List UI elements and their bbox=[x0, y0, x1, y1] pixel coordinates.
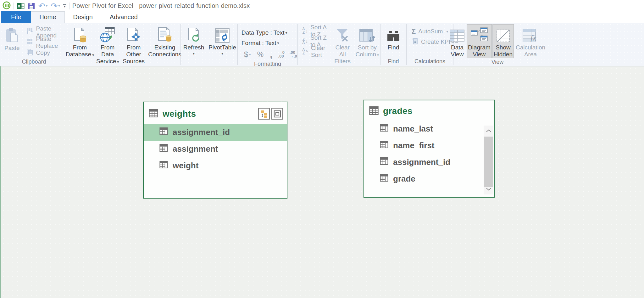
autosum-button[interactable]: Σ AutoSum ▾ bbox=[410, 26, 450, 37]
find-button[interactable]: Find bbox=[385, 24, 402, 51]
save-icon[interactable] bbox=[28, 2, 35, 10]
increase-decimal-button[interactable]: →0.00 bbox=[276, 51, 286, 58]
group-refresh: Refresh ▾ bbox=[180, 23, 207, 66]
table-header[interactable]: weights bbox=[144, 102, 287, 124]
diagram-view-icon bbox=[470, 25, 488, 43]
column-icon bbox=[380, 124, 388, 134]
diagram-canvas: weightsassignment_idassignmentweightgrad… bbox=[0, 66, 644, 298]
field-name_last[interactable]: name_last bbox=[364, 121, 483, 137]
table-icon bbox=[369, 106, 379, 116]
dropdown-icon: ▾ bbox=[221, 51, 223, 56]
quick-access-toolbar: X ↶▾ ↷▾ ▾ bbox=[17, 2, 66, 10]
from-data-service-button[interactable]: From Data Service▾ bbox=[95, 24, 120, 65]
pivottable-icon bbox=[215, 25, 230, 43]
group-label-find: Find bbox=[380, 58, 406, 66]
show-hidden-icon bbox=[496, 25, 511, 43]
show-hidden-button[interactable]: Show Hidden bbox=[492, 24, 514, 58]
create-kpi-icon bbox=[412, 37, 419, 46]
scroll-up-icon[interactable] bbox=[484, 126, 493, 136]
data-view-button[interactable]: Data View bbox=[448, 24, 466, 58]
titlebar-separator bbox=[14, 3, 14, 9]
sort-by-column-button[interactable]: Sort by Column▾ bbox=[354, 24, 380, 59]
dropdown-icon: ▾ bbox=[117, 60, 119, 64]
percent-button[interactable]: % bbox=[255, 50, 266, 59]
thousands-separator-button[interactable]: , bbox=[267, 49, 275, 60]
dropdown-icon: ▾ bbox=[193, 51, 195, 56]
from-database-icon bbox=[73, 25, 87, 43]
table-scrollbar[interactable] bbox=[484, 126, 493, 194]
table-header[interactable]: grades bbox=[364, 100, 494, 121]
group-label-view: View bbox=[453, 58, 541, 67]
refresh-icon bbox=[186, 25, 201, 43]
group-formatting: Data Type : Text▾ Format : Text▾ $▾ % , … bbox=[238, 23, 297, 66]
copy-icon bbox=[26, 48, 34, 57]
group-sort-and-filter: AZ↓ Sort A to Z ZA↓ Sort Z to A AZ✎ Clea… bbox=[298, 23, 380, 66]
sort-descending-icon: ZA↓ bbox=[302, 38, 308, 45]
paste-replace-button[interactable]: Paste Replace bbox=[24, 37, 67, 48]
dropdown-icon: ▾ bbox=[286, 31, 287, 35]
clear-sort-button[interactable]: AZ✎ Clear Sort bbox=[300, 46, 331, 57]
column-icon bbox=[159, 144, 168, 154]
ribbon-tabs: FileHomeDesignAdvanced bbox=[0, 12, 644, 23]
from-data-service-icon bbox=[100, 25, 115, 43]
dropdown-icon: ▾ bbox=[92, 53, 94, 57]
diagram-view-button[interactable]: Diagram View bbox=[467, 24, 492, 58]
field-name_first[interactable]: name_first bbox=[364, 137, 483, 154]
paste-append-icon bbox=[26, 28, 34, 36]
column-icon bbox=[159, 161, 168, 171]
group-clipboard: Paste Paste Append Paste Replace Copy bbox=[0, 23, 68, 66]
maximize-table-icon[interactable] bbox=[271, 108, 283, 120]
pivottable-button[interactable]: PivotTable ▾ bbox=[207, 24, 237, 56]
currency-button[interactable]: $▾ bbox=[242, 50, 253, 59]
from-other-sources-button[interactable]: From Other Sources bbox=[121, 24, 146, 65]
from-database-button[interactable]: From Database▾ bbox=[66, 24, 94, 59]
column-icon bbox=[159, 127, 168, 137]
group-pivottable: PivotTable ▾ bbox=[207, 23, 237, 66]
tab-design[interactable]: Design bbox=[65, 11, 101, 23]
create-hierarchy-icon[interactable] bbox=[258, 108, 270, 120]
scrollbar-track[interactable] bbox=[484, 136, 493, 184]
excel-icon[interactable]: X bbox=[17, 2, 25, 10]
power-pivot-app-icon bbox=[3, 1, 11, 11]
create-kpi-button[interactable]: Create KPI bbox=[410, 37, 452, 47]
field-grade[interactable]: grade bbox=[364, 171, 483, 187]
field-weight[interactable]: weight bbox=[144, 157, 287, 174]
tab-file[interactable]: File bbox=[1, 11, 31, 23]
diagram-table-grades[interactable]: gradesname_lastname_firstassignment_idgr… bbox=[364, 100, 495, 198]
tab-advanced[interactable]: Advanced bbox=[101, 11, 146, 23]
undo-icon[interactable]: ↶▾ bbox=[38, 2, 47, 10]
field-assignment_id[interactable]: assignment_id bbox=[364, 154, 483, 171]
group-label-calculations: Calculations bbox=[407, 58, 453, 66]
column-icon bbox=[380, 174, 388, 184]
refresh-button[interactable]: Refresh ▾ bbox=[182, 24, 206, 56]
group-find: Find Find bbox=[380, 23, 406, 66]
svg-text:X: X bbox=[18, 4, 20, 8]
table-name: grades bbox=[383, 106, 413, 116]
group-view: Data View Diagram View Show Hidden bbox=[453, 23, 541, 66]
diagram-table-weights[interactable]: weightsassignment_idassignmentweight bbox=[143, 102, 287, 199]
clear-filters-icon bbox=[334, 25, 351, 43]
customize-quick-access-toolbar-icon[interactable]: ▾ bbox=[63, 2, 66, 10]
tab-home[interactable]: Home bbox=[31, 11, 64, 23]
svg-text:fx: fx bbox=[530, 33, 536, 42]
dropdown-icon: ▾ bbox=[277, 41, 279, 45]
existing-connections-button[interactable]: Existing Connections bbox=[147, 24, 182, 58]
clear-all-filters-button[interactable]: Clear All Filters bbox=[331, 24, 354, 65]
redo-icon[interactable]: ↷▾ bbox=[51, 2, 60, 10]
format-dropdown[interactable]: Format : Text▾ bbox=[242, 38, 299, 48]
data-type-dropdown[interactable]: Data Type : Text▾ bbox=[242, 27, 299, 38]
titlebar-separator bbox=[69, 3, 69, 9]
column-icon bbox=[380, 141, 388, 150]
find-binoculars-icon bbox=[386, 25, 401, 43]
scrollbar-thumb[interactable] bbox=[484, 137, 493, 187]
field-assignment[interactable]: assignment bbox=[144, 141, 287, 157]
sort-by-column-icon bbox=[359, 25, 375, 43]
column-icon bbox=[380, 157, 388, 167]
copy-button[interactable]: Copy bbox=[24, 48, 67, 58]
field-assignment_id[interactable]: assignment_id bbox=[144, 124, 287, 141]
paste-button[interactable]: Paste bbox=[3, 25, 21, 52]
paste-replace-icon bbox=[26, 38, 34, 47]
undo-dropdown-icon[interactable]: ▾ bbox=[46, 4, 48, 8]
calculation-area-button[interactable]: fx Calculation Area bbox=[514, 24, 547, 58]
redo-dropdown-icon[interactable]: ▾ bbox=[58, 4, 60, 8]
